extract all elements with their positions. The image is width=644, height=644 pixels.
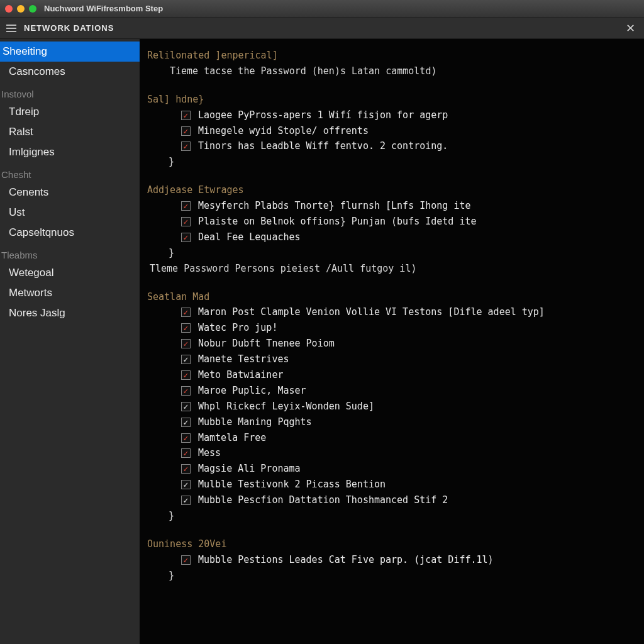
checkbox-label: Whpl Rickecf Leyix-Wonden Sude] <box>198 399 374 414</box>
checkbox-icon[interactable] <box>181 386 191 396</box>
minimize-window-dot[interactable] <box>17 5 25 13</box>
checkbox-row[interactable]: Mubble Pescfion Dattation Thoshmanced St… <box>145 492 644 508</box>
checkbox-label: Mubble Pescfion Dattation Thoshmanced St… <box>198 492 448 508</box>
checkbox-row[interactable]: Deal Fee Lequaches <box>145 230 644 245</box>
checkbox-label: Mubble Pestions Leades Cat Five parp. (j… <box>198 552 494 568</box>
checkbox-row[interactable]: Magsie Ali Pronama <box>145 461 644 477</box>
closing-brace: } <box>145 154 644 170</box>
sidebar-item[interactable]: Casncomes <box>0 62 140 82</box>
checkbox-row[interactable]: Nobur Dubft Tnenee Poiom <box>145 336 644 352</box>
workspace: SheeitingCasncomesInstovolTdreipRalstIml… <box>0 39 644 644</box>
checkbox-row[interactable]: Whpl Rickecf Leyix-Wonden Sude] <box>145 399 644 414</box>
checkbox-label: Watec Pro jup! <box>198 320 277 336</box>
sidebar-item[interactable]: Wetegoal <box>0 263 140 283</box>
closing-brace: } <box>145 245 644 261</box>
checkbox-row[interactable]: Watec Pro jup! <box>145 320 644 336</box>
checkbox-label: Minegele wyid Stople/ offrents <box>198 123 369 139</box>
checkbox-label: Mulble Testivonk 2 Picass Bention <box>198 477 386 492</box>
checkbox-row[interactable]: Minegele wyid Stople/ offrents <box>145 123 644 139</box>
checkbox-label: Meto Batwiainer <box>198 367 283 383</box>
sidebar-group-header: Instovol <box>0 82 140 102</box>
sidebar-item[interactable]: Ralst <box>0 122 140 142</box>
checkbox-label: Mess <box>198 445 221 461</box>
checkbox-row[interactable]: Mesyferch Plabds Tnorte} flurnsh [Lnfs I… <box>145 198 644 214</box>
sidebar-item[interactable]: Metworts <box>0 283 140 303</box>
checkbox-row[interactable]: Laogee PyPross-apers 1 Wifí fisjon for a… <box>145 108 644 123</box>
zoom-window-dot[interactable] <box>29 5 36 13</box>
checkbox-icon[interactable] <box>181 308 191 317</box>
checkbox-icon[interactable] <box>181 555 191 565</box>
sidebar-item[interactable]: Capseltqnuos <box>0 223 140 243</box>
sidebar-item[interactable]: Sheeiting <box>0 42 140 62</box>
sidebar: SheeitingCasncomesInstovolTdreipRalstIml… <box>0 39 140 644</box>
checkbox-label: Mamtela Free <box>198 430 266 446</box>
sidebar-item[interactable]: Imlgignes <box>0 142 140 162</box>
section-post-line: Tleme Password Persons pieiest /Aull fut… <box>145 261 644 277</box>
checkbox-row[interactable]: Mess <box>145 445 644 461</box>
section-title: Seatlan Mad <box>145 289 644 305</box>
checkbox-icon[interactable] <box>181 142 191 151</box>
title-bar: Nuchword WiFifresmbom Step <box>0 0 644 18</box>
section-title: Relilonated ]enperical] <box>145 48 644 64</box>
checkbox-icon[interactable] <box>181 233 191 242</box>
checkbox-row[interactable]: Mubble Maning Pqghts <box>145 414 644 430</box>
sidebar-item[interactable]: Cenents <box>0 182 140 203</box>
sidebar-item[interactable]: Nores Jaslg <box>0 303 140 323</box>
checkbox-row[interactable]: Manete Testrives <box>145 352 644 367</box>
checkbox-icon[interactable] <box>181 418 191 427</box>
traffic-lights <box>5 5 36 13</box>
checkbox-label: Maroe Puplic, Maser <box>198 383 306 399</box>
checkbox-icon[interactable] <box>181 448 191 458</box>
checkbox-icon[interactable] <box>181 370 191 380</box>
checkbox-label: Nobur Dubft Tnenee Poiom <box>198 336 335 352</box>
sidebar-group-header: Chesht <box>0 162 140 182</box>
checkbox-label: Tinors has Leadble Wiff fentvo. 2 contro… <box>198 138 448 154</box>
menu-icon[interactable] <box>6 25 16 32</box>
section-title: Sal] hdne} <box>145 92 644 108</box>
checkbox-icon[interactable] <box>181 201 191 211</box>
checkbox-icon[interactable] <box>181 339 191 348</box>
checkbox-label: Laogee PyPross-apers 1 Wifí fisjon for a… <box>198 108 448 123</box>
closing-brace: } <box>145 568 644 584</box>
checkbox-row[interactable]: Mulble Testivonk 2 Picass Bention <box>145 477 644 492</box>
toolbar: NETWORK DATIONS ✕ <box>0 18 644 39</box>
checkbox-label: Maron Post Clample Venion Vollie VI Test… <box>198 304 545 320</box>
closing-brace: } <box>145 508 644 524</box>
checkbox-label: Plaiste on Belnok offions} Punjan (bufs … <box>198 214 477 230</box>
section-title: Ouniness 20Vei <box>145 536 644 552</box>
sidebar-item[interactable]: Ust <box>0 203 140 223</box>
checkbox-icon[interactable] <box>181 464 191 474</box>
checkbox-icon[interactable] <box>181 433 191 443</box>
content-pane: Relilonated ]enperical]Tieme tacse the P… <box>140 39 644 644</box>
section-description: Tieme tacse the Password (hen)s Latan ca… <box>145 64 644 79</box>
checkbox-row[interactable]: Tinors has Leadble Wiff fentvo. 2 contro… <box>145 138 644 154</box>
checkbox-label: Manete Testrives <box>198 352 289 367</box>
checkbox-label: Deal Fee Lequaches <box>198 230 301 245</box>
checkbox-icon[interactable] <box>181 111 191 120</box>
toolbar-title: NETWORK DATIONS <box>24 23 114 33</box>
checkbox-label: Mubble Maning Pqghts <box>198 414 312 430</box>
checkbox-icon[interactable] <box>181 355 191 364</box>
sidebar-group-header: Tleabms <box>0 243 140 263</box>
checkbox-row[interactable]: Meto Batwiainer <box>145 367 644 383</box>
checkbox-icon[interactable] <box>181 323 191 333</box>
sidebar-item[interactable]: Tdreip <box>0 102 140 122</box>
checkbox-label: Magsie Ali Pronama <box>198 461 301 477</box>
window-title: Nuchword WiFifresmbom Step <box>44 4 163 13</box>
checkbox-row[interactable]: Maroe Puplic, Maser <box>145 383 644 399</box>
checkbox-row[interactable]: Maron Post Clample Venion Vollie VI Test… <box>145 304 644 320</box>
section-title: Addjease Etwrages <box>145 182 644 198</box>
checkbox-label: Mesyferch Plabds Tnorte} flurnsh [Lnfs I… <box>198 198 470 214</box>
close-icon[interactable]: ✕ <box>626 21 635 35</box>
checkbox-icon[interactable] <box>181 217 191 226</box>
checkbox-row[interactable]: Mamtela Free <box>145 430 644 446</box>
close-window-dot[interactable] <box>5 5 13 13</box>
checkbox-row[interactable]: Mubble Pestions Leades Cat Five parp. (j… <box>145 552 644 568</box>
checkbox-row[interactable]: Plaiste on Belnok offions} Punjan (bufs … <box>145 214 644 230</box>
checkbox-icon[interactable] <box>181 496 191 505</box>
checkbox-icon[interactable] <box>181 480 191 489</box>
checkbox-icon[interactable] <box>181 126 191 136</box>
checkbox-icon[interactable] <box>181 402 191 411</box>
